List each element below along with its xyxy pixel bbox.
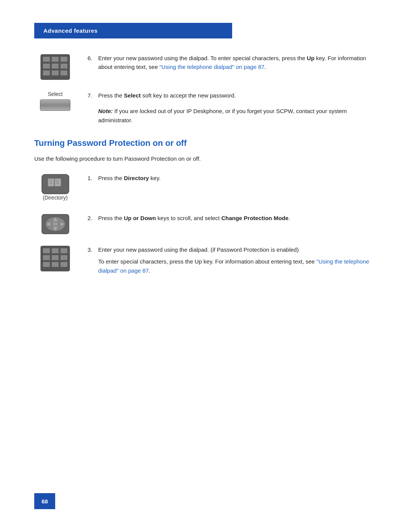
svg-rect-6 bbox=[61, 64, 67, 69]
svg-rect-29 bbox=[52, 248, 59, 253]
step2-text-mid: keys to scroll, and select bbox=[156, 215, 221, 221]
step1-icon-label: (Directory) bbox=[43, 195, 67, 201]
step3-paragraph2: To enter special characters, press the U… bbox=[98, 257, 377, 275]
svg-rect-30 bbox=[61, 248, 67, 253]
step2-updown-bold: Up or Down bbox=[124, 215, 156, 221]
step6-icon-column bbox=[34, 54, 76, 80]
svg-rect-36 bbox=[61, 262, 67, 267]
step7-number: 7. bbox=[88, 91, 95, 103]
step6-row: 6. Enter your new password using the dia… bbox=[34, 54, 377, 80]
svg-rect-31 bbox=[43, 255, 50, 260]
select-key-icon bbox=[40, 99, 70, 111]
step7-text-after: soft key to accept the new password. bbox=[141, 92, 236, 99]
page-number: 68 bbox=[41, 498, 48, 505]
step3-paragraph1: Enter your new password using the dialpa… bbox=[98, 245, 377, 254]
intro-text: Use the following procedure to turn Pass… bbox=[34, 154, 377, 163]
step1-icon-column: (Directory) bbox=[34, 174, 76, 203]
step3-text-after: . bbox=[149, 267, 150, 274]
page-number-box: 68 bbox=[34, 493, 55, 509]
dialpad-icon bbox=[40, 54, 70, 80]
step6-paragraph: Enter your new password using the dialpa… bbox=[98, 54, 377, 72]
svg-rect-33 bbox=[61, 255, 67, 260]
step2-row: 2. Press the Up or Down keys to scroll, … bbox=[34, 214, 377, 235]
step6-text: 6. Enter your new password using the dia… bbox=[88, 54, 377, 77]
header-banner-text: Advanced features bbox=[43, 27, 98, 34]
step2-text-before: Press the bbox=[98, 215, 124, 221]
step6-text-before: Enter your new password using the dialpa… bbox=[98, 55, 307, 61]
step3-number: 3. bbox=[88, 245, 95, 278]
step2-text-after: . bbox=[288, 215, 290, 221]
step2-icon-column bbox=[34, 214, 76, 235]
svg-rect-11 bbox=[48, 179, 54, 186]
svg-rect-8 bbox=[52, 70, 59, 75]
step2-text: 2. Press the Up or Down keys to scroll, … bbox=[88, 214, 377, 228]
svg-rect-9 bbox=[61, 70, 67, 75]
note-label: Note: bbox=[98, 108, 113, 114]
step1-text: 1. Press the Directory key. bbox=[88, 174, 377, 188]
step1-number: 1. bbox=[88, 174, 95, 185]
note-paragraph: Note: If you are locked out of your IP D… bbox=[98, 107, 377, 125]
svg-rect-3 bbox=[61, 57, 67, 62]
page-container: Advanced features 6. bbox=[0, 0, 411, 532]
svg-rect-12 bbox=[55, 179, 61, 186]
step7-icon-label: Select bbox=[48, 91, 63, 97]
step6-number: 6. bbox=[88, 54, 95, 75]
step1-row: (Directory) 1. Press the Directory key. bbox=[34, 174, 377, 203]
header-banner: Advanced features bbox=[34, 23, 232, 38]
step2-paragraph: Press the Up or Down keys to scroll, and… bbox=[98, 214, 290, 222]
svg-rect-1 bbox=[43, 57, 50, 62]
step7-text: 7. Press the Select soft key to accept t… bbox=[88, 91, 377, 128]
step1-directory-bold: Directory bbox=[124, 175, 149, 181]
section-heading: Turning Password Protection on or off bbox=[34, 138, 377, 148]
nav-key-icon bbox=[41, 214, 70, 235]
step3-text: 3. Enter your new password using the dia… bbox=[88, 245, 377, 280]
svg-rect-32 bbox=[52, 255, 59, 260]
directory-key-icon bbox=[41, 174, 70, 195]
step7-icon-column: Select bbox=[34, 91, 76, 111]
step1-paragraph: Press the Directory key. bbox=[98, 174, 161, 182]
step6-link[interactable]: "Using the telephone dialpad" on page 87 bbox=[159, 64, 264, 70]
step1-text-after: key. bbox=[149, 175, 161, 181]
svg-rect-4 bbox=[43, 64, 50, 69]
step7-row: Select 7. Press the Select soft key to a… bbox=[34, 91, 377, 128]
step1-text-before: Press the bbox=[98, 175, 124, 181]
step7-text-before: Press the bbox=[98, 92, 124, 99]
svg-rect-35 bbox=[52, 262, 59, 267]
svg-point-26 bbox=[52, 222, 59, 227]
step3-dialpad-icon bbox=[40, 245, 70, 272]
svg-rect-7 bbox=[43, 70, 50, 75]
svg-rect-28 bbox=[43, 248, 50, 253]
svg-rect-5 bbox=[52, 64, 59, 69]
step7-paragraph: Press the Select soft key to accept the … bbox=[98, 91, 236, 100]
step6-up-bold: Up bbox=[307, 55, 314, 61]
step6-text-after: . bbox=[264, 64, 266, 70]
step7-select-bold: Select bbox=[124, 92, 141, 99]
svg-rect-2 bbox=[52, 57, 59, 62]
step3-text-part2: To enter special characters, press the U… bbox=[98, 258, 316, 265]
note-text: If you are locked out of your IP Deskpho… bbox=[98, 108, 347, 123]
step3-icon-column bbox=[34, 245, 76, 272]
step3-content: Enter your new password using the dialpa… bbox=[98, 245, 377, 278]
step2-change-bold: Change Protection Mode bbox=[221, 215, 288, 221]
svg-rect-34 bbox=[43, 262, 50, 267]
step2-number: 2. bbox=[88, 214, 95, 225]
step3-row: 3. Enter your new password using the dia… bbox=[34, 245, 377, 280]
